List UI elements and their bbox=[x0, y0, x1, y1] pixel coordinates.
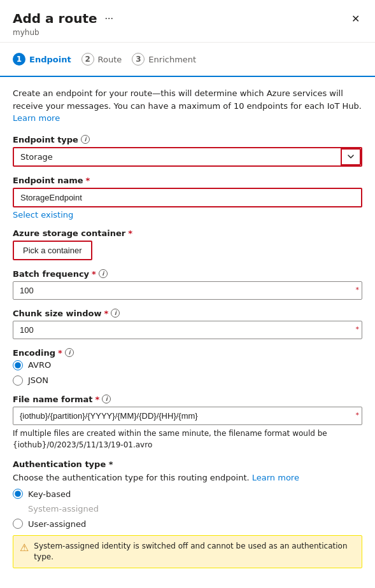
content-area: Create an endpoint for your route—this w… bbox=[0, 77, 375, 587]
batch-frequency-wrapper: * bbox=[13, 281, 362, 300]
steps-bar: 1 Endpoint 2 Route 3 Enrichment bbox=[0, 43, 375, 77]
auth-user-assigned-radio[interactable] bbox=[13, 519, 23, 529]
chunk-size-asterisk: * bbox=[356, 325, 360, 333]
learn-more-link[interactable]: Learn more bbox=[13, 113, 60, 123]
panel: Add a route ··· myhub ✕ 1 Endpoint 2 Rou… bbox=[0, 0, 375, 587]
authentication-type-label: Authentication type * bbox=[13, 459, 362, 469]
encoding-avro-option[interactable]: AVRO bbox=[13, 360, 362, 370]
batch-frequency-info-icon[interactable]: i bbox=[99, 269, 108, 278]
more-options-button[interactable]: ··· bbox=[103, 10, 116, 27]
panel-header: Add a route ··· myhub ✕ bbox=[0, 0, 375, 43]
endpoint-type-info-icon[interactable]: i bbox=[81, 135, 90, 144]
chunk-size-field: Chunk size window * i * bbox=[13, 309, 362, 339]
encoding-avro-label: AVRO bbox=[28, 360, 51, 370]
batch-freq-asterisk: * bbox=[356, 286, 360, 294]
chunk-size-label: Chunk size window * i bbox=[13, 309, 362, 318]
pick-container-button[interactable]: Pick a container bbox=[13, 241, 92, 260]
azure-storage-container-field: Azure storage container * Pick a contain… bbox=[13, 228, 362, 260]
file-name-format-input[interactable] bbox=[13, 407, 362, 424]
step-1-circle: 1 bbox=[13, 53, 25, 66]
endpoint-type-label: Endpoint type i bbox=[13, 135, 362, 144]
panel-title-area: Add a route ··· myhub bbox=[13, 10, 116, 37]
azure-storage-required: * bbox=[128, 228, 132, 238]
chunk-size-wrapper: * bbox=[13, 321, 362, 339]
description-text: Create an endpoint for your route—this w… bbox=[13, 87, 362, 125]
chunk-size-input[interactable] bbox=[13, 321, 362, 339]
batch-frequency-input[interactable] bbox=[13, 282, 362, 299]
step-1-label: Endpoint bbox=[29, 55, 71, 64]
endpoint-name-required: * bbox=[86, 176, 90, 185]
auth-description: Choose the authentication type for this … bbox=[13, 472, 362, 484]
file-name-asterisk: * bbox=[356, 411, 360, 419]
batch-freq-required: * bbox=[92, 269, 96, 279]
file-name-format-info-icon[interactable]: i bbox=[102, 395, 111, 403]
encoding-radio-group: AVRO JSON bbox=[13, 360, 362, 386]
endpoint-name-field: Endpoint name * Select existing bbox=[13, 176, 362, 220]
chunk-size-required: * bbox=[104, 309, 109, 318]
azure-storage-container-label: Azure storage container * bbox=[13, 228, 362, 238]
encoding-field: Encoding * i AVRO JSON bbox=[13, 348, 362, 386]
batch-frequency-label: Batch frequency * i bbox=[13, 269, 362, 279]
chunk-size-info-icon[interactable]: i bbox=[111, 309, 120, 318]
file-name-format-field: File name format * i * If multiple files… bbox=[13, 395, 362, 451]
panel-title-text: Add a route bbox=[13, 11, 97, 26]
step-2-circle: 2 bbox=[81, 53, 94, 66]
file-name-hint: If multiple files are created within the… bbox=[13, 428, 362, 451]
endpoint-type-value: Storage bbox=[14, 148, 361, 165]
auth-user-assigned-label: User-assigned bbox=[28, 519, 86, 529]
encoding-json-option[interactable]: JSON bbox=[13, 375, 362, 386]
auth-user-assigned-option[interactable]: User-assigned bbox=[13, 519, 362, 529]
endpoint-type-select[interactable]: Storage bbox=[13, 147, 362, 167]
endpoint-type-chevron[interactable] bbox=[341, 148, 361, 165]
encoding-avro-radio[interactable] bbox=[13, 360, 23, 370]
header-actions: ✕ bbox=[349, 10, 362, 27]
warning-icon: ⚠ bbox=[20, 542, 29, 554]
encoding-json-radio[interactable] bbox=[13, 375, 23, 386]
auth-system-assigned-sublabel: System-assigned bbox=[28, 504, 99, 514]
authentication-type-field: Authentication type * Choose the authent… bbox=[13, 459, 362, 568]
panel-subtitle: myhub bbox=[13, 28, 116, 37]
encoding-required: * bbox=[58, 348, 62, 358]
auth-radio-group: Key-based System-assigned User-assigned bbox=[13, 489, 362, 529]
auth-required: * bbox=[109, 459, 113, 469]
auth-key-based-option[interactable]: Key-based bbox=[13, 489, 362, 499]
file-name-format-label: File name format * i bbox=[13, 395, 362, 404]
warning-text: System-assigned identity is switched off… bbox=[34, 541, 355, 563]
encoding-label: Encoding * i bbox=[13, 348, 362, 358]
step-endpoint[interactable]: 1 Endpoint bbox=[13, 50, 76, 68]
auth-key-based-radio[interactable] bbox=[13, 489, 23, 499]
step-route[interactable]: 2 Route bbox=[81, 50, 127, 68]
close-button[interactable]: ✕ bbox=[349, 10, 362, 27]
step-3-label: Enrichment bbox=[148, 55, 196, 64]
file-name-format-wrapper: * bbox=[13, 407, 362, 425]
auth-key-based-label: Key-based bbox=[28, 489, 71, 499]
select-existing-link[interactable]: Select existing bbox=[13, 210, 73, 220]
endpoint-type-field: Endpoint type i Storage bbox=[13, 135, 362, 167]
step-2-label: Route bbox=[98, 55, 122, 64]
batch-frequency-field: Batch frequency * i * bbox=[13, 269, 362, 300]
endpoint-name-label: Endpoint name * bbox=[13, 176, 362, 185]
encoding-info-icon[interactable]: i bbox=[65, 348, 74, 357]
file-name-required: * bbox=[96, 395, 100, 404]
warning-box: ⚠ System-assigned identity is switched o… bbox=[13, 535, 362, 568]
step-3-circle: 3 bbox=[132, 53, 145, 66]
panel-title: Add a route ··· bbox=[13, 10, 116, 27]
encoding-json-label: JSON bbox=[28, 375, 48, 385]
auth-learn-more-link[interactable]: Learn more bbox=[252, 473, 299, 482]
step-enrichment[interactable]: 3 Enrichment bbox=[132, 50, 201, 68]
endpoint-name-input[interactable] bbox=[13, 188, 362, 207]
